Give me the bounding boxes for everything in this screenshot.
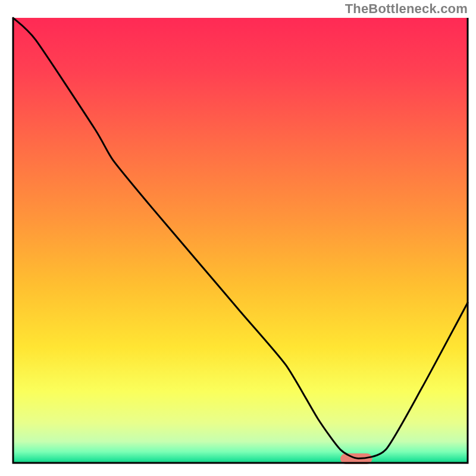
- bottleneck-chart: TheBottleneck.com: [0, 0, 476, 476]
- attribution-label: TheBottleneck.com: [345, 1, 468, 17]
- chart-canvas: [0, 0, 476, 476]
- plot-background: [13, 18, 468, 463]
